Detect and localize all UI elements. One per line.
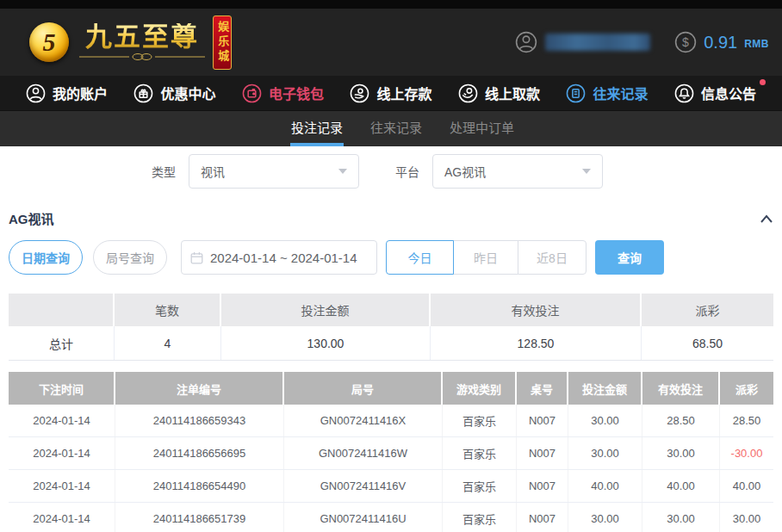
table-cell: GN0072411416U	[284, 503, 443, 532]
filter-row: 类型 视讯 平台 AG视讯	[0, 146, 782, 196]
table-cell: 百家乐	[443, 503, 517, 532]
nav-label: 线上存款	[376, 83, 431, 103]
svg-text:$: $	[682, 35, 689, 49]
balance: $ 0.91 RMB	[674, 31, 769, 53]
table-cell: 2024-01-14	[9, 503, 115, 532]
table-cell: 240114186656695	[115, 437, 284, 469]
top-strip	[0, 0, 782, 9]
record-book-icon	[566, 84, 586, 103]
table-cell: 30.00	[568, 437, 642, 469]
summary-cell: 4	[115, 326, 221, 360]
logo-text-column: 九五至尊	[78, 23, 207, 61]
chevron-down-icon	[582, 169, 591, 174]
nav-item-deposit[interactable]: 线上存款	[350, 83, 431, 103]
summary-header-row: 笔数 投注金额 有效投注 派彩	[9, 294, 773, 326]
platform-section-header: AG视讯	[9, 196, 773, 240]
nav-item-promotions[interactable]: 优惠中心	[133, 83, 215, 103]
hand-money-icon	[458, 84, 478, 103]
hand-coin-icon	[350, 84, 369, 103]
query-toolbar: 日期查询 局号查询 2024-01-14 ~ 2024-01-14 今日 昨日 …	[9, 240, 773, 275]
notification-dot	[760, 79, 766, 85]
table-cell: GN0072411416V	[284, 470, 443, 502]
table-cell: 240114186659343	[115, 405, 284, 436]
round-query-button[interactable]: 局号查询	[93, 240, 167, 275]
quick-range-group: 今日 昨日 近8日	[386, 240, 586, 275]
table-cell: 百家乐	[443, 437, 517, 469]
nav-item-announcements[interactable]: 信息公告	[674, 83, 756, 103]
table-row: 2024-01-14240114186654490GN0072411416V百家…	[9, 470, 773, 503]
site-title: 九五至尊	[85, 23, 199, 50]
table-cell: 40.00	[642, 470, 720, 502]
table-cell: 240114186651739	[115, 503, 284, 532]
summary-header-cell	[9, 294, 115, 326]
summary-table: 笔数 投注金额 有效投注 派彩 总计 4 130.00 128.50 68.50	[9, 294, 773, 361]
nav-label: 信息公告	[701, 83, 756, 103]
site-logo[interactable]: 5 九五至尊 娱乐城	[29, 15, 232, 70]
bet-header-cell: 桌号	[517, 372, 568, 405]
table-cell: 2024-01-14	[9, 437, 115, 469]
nav-label: 往来记录	[593, 83, 648, 103]
logo-symbol: 5	[43, 28, 56, 57]
header-right: $ 0.91 RMB	[515, 31, 782, 53]
summary-total-row: 总计 4 130.00 128.50 68.50	[9, 326, 773, 361]
today-button[interactable]: 今日	[386, 240, 454, 275]
type-select[interactable]: 视讯	[189, 154, 359, 189]
nav-label: 电子钱包	[269, 83, 324, 103]
bet-header-cell: 局号	[284, 372, 443, 405]
username-redacted	[545, 34, 650, 51]
yesterday-button[interactable]: 昨日	[453, 240, 518, 275]
bet-table-header-row: 下注时间 注单编号 局号 游戏类别 桌号 投注金额 有效投注 派彩	[9, 372, 773, 405]
date-range-input[interactable]: 2024-01-14 ~ 2024-01-14	[181, 240, 377, 275]
money-icon: $	[674, 31, 697, 53]
platform-select-value: AG视讯	[444, 163, 486, 180]
nav-item-withdraw[interactable]: 线上取款	[458, 83, 540, 103]
type-select-value: 视讯	[201, 163, 225, 180]
table-cell: 28.50	[642, 405, 720, 436]
user-avatar-icon	[515, 31, 537, 53]
summary-cell: 128.50	[431, 326, 642, 360]
bet-header-cell: 注单编号	[115, 372, 284, 405]
calendar-icon	[190, 251, 203, 264]
table-cell: 30.00	[568, 503, 642, 532]
platform-label: 平台	[395, 163, 419, 180]
table-cell: 28.50	[720, 405, 773, 436]
tab-bet-records[interactable]: 投注记录	[290, 111, 344, 146]
nav-item-e-wallet[interactable]: 电子钱包	[242, 83, 324, 103]
table-cell: 240114186654490	[115, 470, 284, 502]
table-cell: GN0072411416X	[284, 405, 443, 436]
section-title: AG视讯	[9, 209, 54, 227]
bet-header-cell: 派彩	[720, 372, 773, 405]
table-row: 2024-01-14240114186651739GN0072411416U百家…	[9, 503, 773, 532]
search-button[interactable]: 查询	[595, 240, 664, 275]
tab-transaction-records[interactable]: 往来记录	[369, 111, 423, 146]
nav-label: 线上取款	[485, 83, 540, 103]
table-cell: 30.00	[568, 405, 642, 436]
tab-pending-orders[interactable]: 处理中订单	[449, 111, 515, 146]
flourish-ornament-icon	[78, 53, 207, 61]
table-cell: N007	[517, 437, 568, 469]
date-range-value: 2024-01-14 ~ 2024-01-14	[210, 251, 357, 265]
chevron-up-icon[interactable]	[760, 213, 773, 225]
logo-95-icon: 5	[29, 22, 69, 62]
table-cell: N007	[517, 470, 568, 502]
bet-header-cell: 有效投注	[642, 372, 720, 405]
table-cell: 百家乐	[443, 470, 517, 502]
summary-cell: 130.00	[221, 326, 431, 360]
user-info	[515, 31, 650, 53]
summary-header-cell: 投注金额	[221, 294, 431, 326]
summary-header-cell: 有效投注	[431, 294, 642, 326]
bet-header-cell: 投注金额	[568, 372, 642, 405]
date-query-button[interactable]: 日期查询	[9, 240, 83, 275]
table-cell: 30.00	[642, 437, 720, 469]
table-cell: N007	[517, 405, 568, 436]
main-nav: 我的账户 优惠中心 电子钱包 线上存款 线上取款	[0, 76, 782, 110]
wallet-icon	[242, 84, 262, 103]
balance-amount: 0.91	[704, 33, 737, 53]
recent-8-days-button[interactable]: 近8日	[518, 240, 586, 275]
person-icon	[26, 84, 46, 103]
nav-item-my-account[interactable]: 我的账户	[26, 83, 108, 103]
nav-item-transaction-records[interactable]: 往来记录	[566, 83, 648, 103]
bet-header-cell: 下注时间	[9, 372, 115, 405]
platform-select[interactable]: AG视讯	[432, 154, 603, 189]
header: 5 九五至尊 娱乐城 $ 0.91 RMB	[0, 9, 782, 76]
